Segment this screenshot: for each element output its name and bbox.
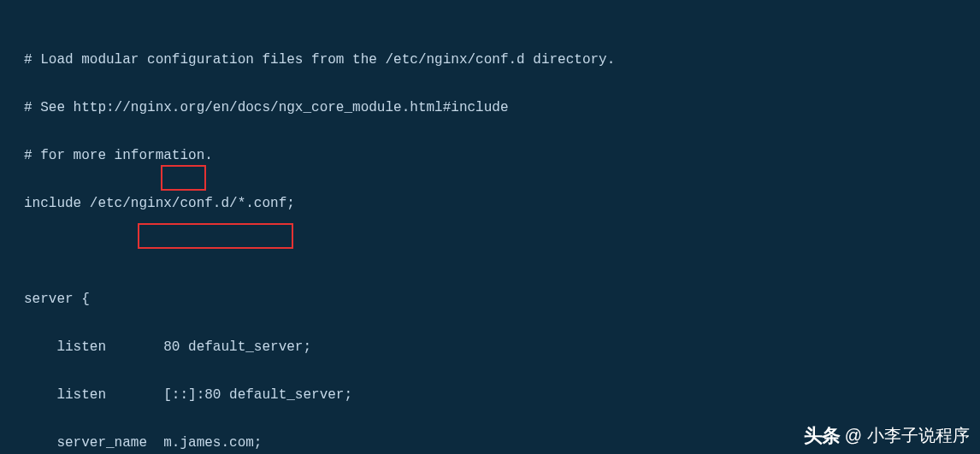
code-line: # See http://nginx.org/en/docs/ngx_core_… bbox=[24, 96, 956, 120]
code-line: server { bbox=[24, 287, 956, 311]
watermark: 头条 @ 小李子说程序 bbox=[804, 420, 970, 453]
nginx-config-code: # Load modular configuration files from … bbox=[24, 24, 956, 454]
code-line: # for more information. bbox=[24, 144, 956, 168]
watermark-logo: 头条 bbox=[804, 420, 840, 453]
watermark-author: 小李子说程序 bbox=[867, 421, 970, 451]
code-line: listen 80 default_server; bbox=[24, 335, 956, 359]
watermark-at: @ bbox=[845, 421, 862, 451]
code-line: include /etc/nginx/conf.d/*.conf; bbox=[24, 192, 956, 215]
code-line: # Load modular configuration files from … bbox=[24, 48, 956, 72]
code-line bbox=[24, 239, 956, 263]
code-line: listen [::]:80 default_server; bbox=[24, 383, 956, 407]
